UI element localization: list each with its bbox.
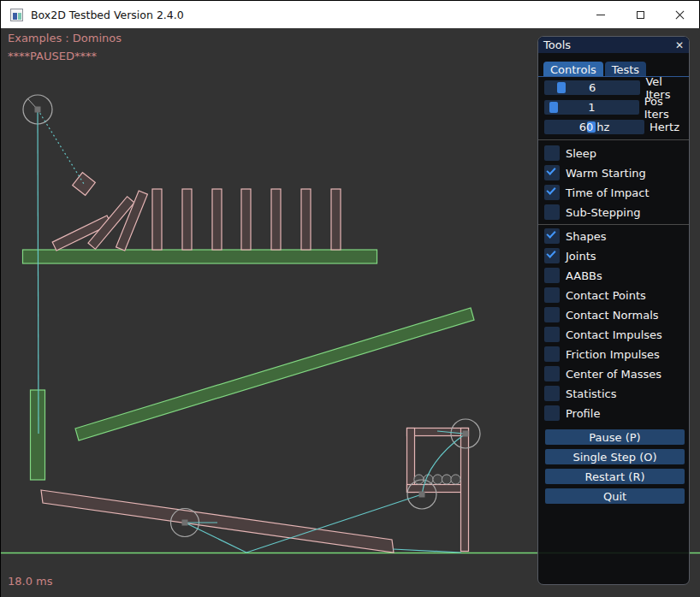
ball-4 xyxy=(442,475,451,484)
checkbox-sub-stepping[interactable]: Sub-Stepping xyxy=(544,204,689,220)
body-marker xyxy=(35,107,41,113)
checkbox-box[interactable] xyxy=(544,268,560,283)
checkbox-box[interactable] xyxy=(544,165,560,180)
slider-value: 1 xyxy=(544,100,639,115)
check-icon xyxy=(546,248,555,257)
slider-value: 60 hz xyxy=(544,120,644,134)
check-icon xyxy=(546,185,555,194)
checkbox-center-of-masses[interactable]: Center of Masses xyxy=(544,366,689,381)
example-label: Examples : Dominos xyxy=(8,32,122,44)
window-title: Box2D Testbed Version 2.4.0 xyxy=(31,9,184,21)
checkbox-box[interactable] xyxy=(544,327,560,342)
ball-3 xyxy=(433,475,442,484)
checkbox-sleep[interactable]: Sleep xyxy=(544,145,689,161)
slider-label: Pos Iters xyxy=(644,95,689,121)
checkbox-box[interactable] xyxy=(544,366,560,381)
frame-top-beam xyxy=(407,429,469,436)
single-step-button[interactable]: Single Step (O) xyxy=(545,449,685,464)
vel-iters-slider[interactable]: 6 Vel Iters xyxy=(544,80,689,95)
checkbox-box[interactable] xyxy=(544,287,560,303)
domino-upright-5 xyxy=(271,189,281,250)
checkbox-shapes[interactable]: Shapes xyxy=(544,228,689,244)
close-button[interactable] xyxy=(660,1,699,28)
separator xyxy=(538,224,689,225)
tools-title: Tools xyxy=(543,38,571,51)
joint-pendulum-line xyxy=(38,109,84,184)
joint-ground-link xyxy=(393,549,461,553)
checkbox-joints[interactable]: Joints xyxy=(544,248,689,263)
tab-controls[interactable]: Controls xyxy=(543,62,603,76)
body-marker xyxy=(419,492,425,498)
vertical-post xyxy=(31,390,45,480)
close-icon xyxy=(675,10,685,20)
checkbox-box[interactable] xyxy=(544,228,560,244)
ball-5 xyxy=(451,475,460,484)
checkbox-box[interactable] xyxy=(544,204,560,220)
checkbox-friction-impulses[interactable]: Friction Impulses xyxy=(544,346,689,362)
checkbox-statistics[interactable]: Statistics xyxy=(544,386,689,401)
checkbox-box[interactable] xyxy=(544,185,560,200)
slider-track[interactable]: 60 hz xyxy=(544,120,644,134)
tools-titlebar[interactable]: Tools ✕ xyxy=(538,37,689,53)
checkbox-box[interactable] xyxy=(544,386,560,401)
tools-close-icon[interactable]: ✕ xyxy=(675,40,684,50)
tab-tests[interactable]: Tests xyxy=(605,62,646,76)
maximize-button[interactable] xyxy=(620,1,660,28)
checkbox-box[interactable] xyxy=(544,346,560,362)
check-icon xyxy=(546,165,555,174)
domino-upright-4 xyxy=(241,189,251,250)
domino-upright-7 xyxy=(331,189,341,250)
pos-iters-slider[interactable]: 1 Pos Iters xyxy=(544,100,689,115)
frame-time-label: 18.0 ms xyxy=(8,575,53,588)
domino-upright-1 xyxy=(152,189,162,250)
check-icon xyxy=(546,228,555,238)
pendulum-square xyxy=(73,173,96,196)
checkbox-aabbs[interactable]: AABBs xyxy=(544,268,689,283)
body-marker xyxy=(182,520,188,526)
checkbox-box[interactable] xyxy=(544,248,560,263)
hertz-slider[interactable]: 60 hz Hertz xyxy=(544,120,689,134)
checkbox-box[interactable] xyxy=(544,307,560,322)
checkbox-contact-impulses[interactable]: Contact Impulses xyxy=(544,327,689,342)
checkbox-contact-normals[interactable]: Contact Normals xyxy=(544,307,689,322)
tools-panel: Tools ✕ Controls Tests 6 Vel Iters 1 Pos… xyxy=(537,36,690,585)
checkbox-box[interactable] xyxy=(544,405,560,421)
checkbox-contact-points[interactable]: Contact Points xyxy=(544,287,689,303)
slider-value: 6 xyxy=(544,80,640,95)
paused-label: ****PAUSED**** xyxy=(8,50,97,62)
minimize-button[interactable] xyxy=(581,1,620,28)
checkbox-box[interactable] xyxy=(544,145,560,161)
domino-upright-6 xyxy=(301,189,311,250)
frame-right-post xyxy=(461,429,469,552)
domino-upright-2 xyxy=(182,189,192,250)
tilted-plank xyxy=(75,308,474,440)
domino-platform xyxy=(23,250,377,263)
checkbox-profile[interactable]: Profile xyxy=(544,405,689,421)
joint-vertical-line xyxy=(38,109,39,434)
app-icon xyxy=(10,9,23,21)
pause-button[interactable]: Pause (P) xyxy=(545,429,685,445)
slider-track[interactable]: 6 xyxy=(544,80,640,95)
slider-track[interactable]: 1 xyxy=(544,100,639,115)
checkbox-time-of-impact[interactable]: Time of Impact xyxy=(544,185,689,200)
quit-button[interactable]: Quit xyxy=(545,488,685,504)
minimize-icon xyxy=(596,15,605,15)
maximize-icon xyxy=(637,11,644,19)
restart-button[interactable]: Restart (R) xyxy=(545,469,685,484)
domino-upright-3 xyxy=(212,189,222,250)
checkbox-warm-starting[interactable]: Warm Starting xyxy=(544,165,689,180)
separator xyxy=(538,139,689,140)
os-titlebar[interactable]: Box2D Testbed Version 2.4.0 xyxy=(1,1,699,28)
tools-tabbar: Controls Tests xyxy=(538,53,689,77)
slider-label: Hertz xyxy=(650,121,679,133)
app-window: Box2D Testbed Version 2.4.0 xyxy=(0,0,700,597)
body-marker xyxy=(463,431,469,437)
